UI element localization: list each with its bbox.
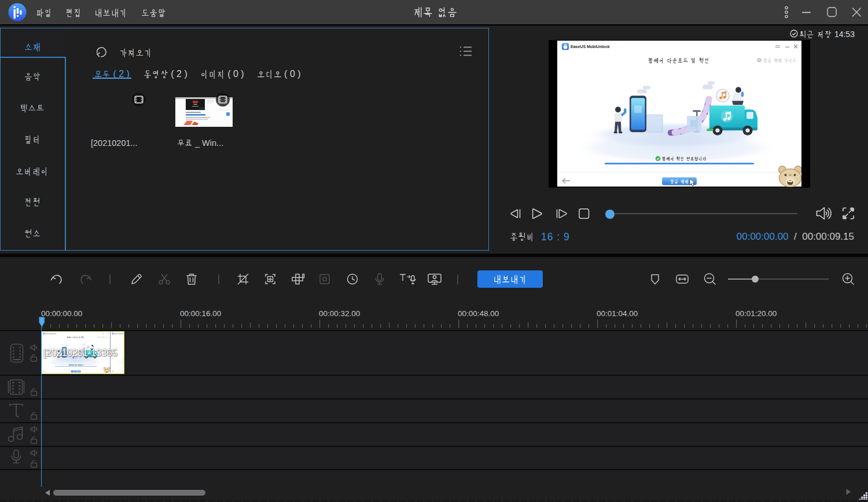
- svg-text:EaseUS MobiUnlock: EaseUS MobiUnlock: [45, 333, 57, 334]
- svg-text:?: ?: [758, 58, 760, 62]
- svg-text:?: ?: [98, 337, 98, 338]
- svg-text:EaseUS MobiUnlock: EaseUS MobiUnlock: [114, 333, 124, 334]
- svg-text:EaseUS MobiUnlock: EaseUS MobiUnlock: [571, 45, 610, 49]
